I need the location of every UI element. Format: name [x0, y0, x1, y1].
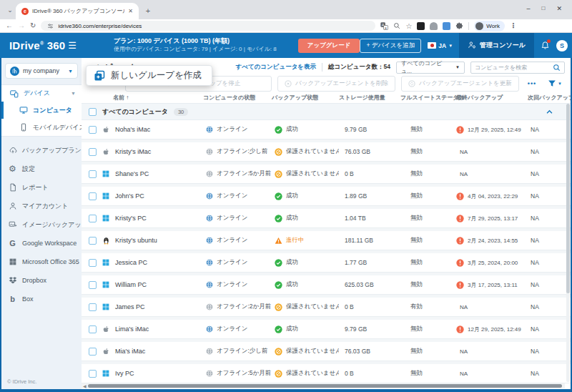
vertical-scrollbar[interactable]: [566, 104, 570, 382]
sidebar-item[interactable]: GGoogle Workspace: [1, 234, 82, 253]
column-last-backup[interactable]: 最終バックアップ: [456, 94, 528, 102]
delete-agent-button[interactable]: バックアップエージェントを削除: [277, 76, 395, 92]
company-selector[interactable]: my company ▼: [5, 63, 78, 79]
row-checkbox[interactable]: [89, 370, 97, 378]
browser-menu-icon[interactable]: ⋮: [510, 22, 517, 29]
back-icon[interactable]: ←: [6, 22, 13, 29]
table-row[interactable]: Ivy PC オフライン:5か月前 保護されていません 0 B 無効 NA NA: [82, 364, 571, 383]
profile-avatar: [475, 22, 483, 30]
row-checkbox[interactable]: [89, 259, 97, 267]
group-row-all-computers[interactable]: すべてのコンピュータ 30: [82, 103, 571, 120]
sidebar-item-computers[interactable]: コンピュータ: [1, 102, 82, 119]
idrive-logo[interactable]: IDrive® 360: [0, 39, 65, 52]
user-avatar[interactable]: S: [556, 40, 568, 52]
column-name[interactable]: 名前 ↑: [89, 94, 203, 102]
sidebar-item[interactable]: ⚙設定: [1, 160, 82, 178]
column-storage[interactable]: ストレージ使用量: [339, 94, 400, 102]
row-checkbox[interactable]: [89, 325, 97, 333]
row-checkbox[interactable]: [89, 348, 97, 356]
column-next-backup[interactable]: 次回バックアップ: [528, 94, 571, 102]
row-checkbox[interactable]: [89, 148, 97, 156]
site-settings-icon[interactable]: [47, 23, 54, 29]
table-row[interactable]: Shane's PC オフライン:5か月前 保護されていません 0 B 無効 N…: [82, 165, 571, 184]
table-header: 名前 ↑ コンピュータの状態 バックアップ状態 ストレージ使用量 フルスイートス…: [82, 92, 571, 103]
sidebar-item[interactable]: Dropbox: [1, 271, 82, 290]
os-icon: [102, 215, 110, 222]
browser-profile-chip[interactable]: Work: [474, 21, 505, 31]
last-backup-icon: [456, 237, 464, 245]
os-icon: [102, 370, 110, 377]
more-actions-button[interactable]: •••: [525, 80, 539, 87]
row-checkbox[interactable]: [89, 192, 97, 200]
column-computer-state[interactable]: コンピュータの状態: [203, 94, 272, 102]
table-row[interactable]: Lima's iMac オンライン 成功 9.79 GB 無効 12月 29, …: [82, 320, 571, 339]
row-checkbox[interactable]: [89, 170, 97, 178]
microsoft-icon: [8, 258, 17, 265]
scroll-left-arrow-icon[interactable]: ◀: [82, 383, 88, 388]
forward-icon[interactable]: →: [18, 22, 25, 29]
storage-usage: 1.04 TB: [339, 215, 400, 222]
column-fullsuite[interactable]: フルスイートステータス: [400, 94, 456, 102]
bookmark-star-icon[interactable]: ☆: [405, 22, 412, 30]
row-checkbox[interactable]: [89, 303, 97, 311]
browser-tab[interactable]: e IDrive® 360 バックアップコンソール ✕: [16, 3, 139, 19]
table-row[interactable]: Noha's iMac オンライン 成功 9.79 GB 無効 12月 29, …: [82, 120, 571, 139]
group-checkbox[interactable]: [89, 108, 97, 116]
tab-close-icon[interactable]: ✕: [128, 8, 133, 14]
row-checkbox[interactable]: [89, 126, 97, 134]
collapse-chevron-up-icon[interactable]: [546, 108, 563, 116]
filter-button[interactable]: ▼: [548, 79, 565, 88]
column-backup-status[interactable]: バックアップ状態: [272, 94, 339, 102]
search-icon[interactable]: [393, 22, 400, 29]
table-row[interactable]: Kristy's ubuntu オンライン 進行中 181.11 GB 無効 2…: [82, 231, 571, 250]
sidebar-item-devices[interactable]: デバイス ▼: [1, 85, 82, 102]
row-checkbox[interactable]: [89, 237, 97, 245]
language-selector[interactable]: JA ▼: [428, 42, 453, 49]
show-all-computers-link[interactable]: すべてのコンピュータを表示: [236, 63, 317, 72]
sidebar-item[interactable]: bBox: [1, 290, 82, 308]
search-icon[interactable]: [553, 64, 561, 72]
upgrade-button[interactable]: アップグレード: [298, 39, 360, 53]
reload-icon[interactable]: ↻: [30, 22, 36, 29]
row-checkbox[interactable]: [89, 281, 97, 289]
row-checkbox[interactable]: [89, 215, 97, 222]
new-tab-button[interactable]: +: [142, 4, 154, 17]
search-input[interactable]: [475, 64, 550, 71]
maximize-button[interactable]: □: [542, 5, 546, 11]
close-button[interactable]: ✕: [556, 5, 562, 12]
tab-search-icon[interactable]: ⌄: [4, 2, 16, 18]
sidebar-item[interactable]: レポート: [1, 178, 82, 197]
sidebar-item[interactable]: イメージバックアップ?: [1, 215, 82, 234]
table-row[interactable]: Jessica PC オンライン 成功 1.77 GB 無効 3月 25, 20…: [82, 253, 571, 273]
extension-icon[interactable]: [430, 22, 438, 30]
table-row[interactable]: William PC オンライン 成功 625.03 GB 無効 3月 17, …: [82, 275, 571, 295]
horizontal-scrollbar[interactable]: ◀: [82, 383, 565, 388]
table-row[interactable]: John's PC オンライン 成功 1.89 GB 無効 4月 04, 202…: [82, 187, 571, 206]
extension-icon[interactable]: [443, 22, 450, 30]
connection-status: オフライン:2か月前: [217, 303, 271, 311]
scope-dropdown[interactable]: すべてのコンピュ... ▼: [396, 62, 465, 74]
create-group-tooltip[interactable]: 新しいグループを作成: [86, 65, 212, 86]
table-row[interactable]: Kristy's iMac オフライン:少し前 保護されていません 76.03 …: [82, 142, 571, 162]
next-backup: NA: [528, 325, 571, 333]
sidebar-item[interactable]: バックアッププラン: [1, 141, 82, 160]
sidebar-item[interactable]: Microsoft Office 365: [1, 253, 82, 271]
hamburger-menu-icon[interactable]: ☰: [65, 40, 79, 51]
scrollbar-thumb[interactable]: [88, 384, 562, 388]
table-row[interactable]: Mia's iMac オフライン:少し前 保護されていません 76.03 GB …: [82, 342, 571, 361]
translate-icon[interactable]: Aa: [380, 22, 388, 30]
add-device-button[interactable]: + デバイスを追加: [360, 39, 421, 53]
sidebar-item[interactable]: マイアカウント: [1, 197, 82, 215]
scrollbar-thumb[interactable]: [566, 104, 570, 293]
backup-status: 成功: [286, 280, 298, 289]
extension-icon[interactable]: [417, 22, 425, 30]
minimize-button[interactable]: –: [527, 5, 531, 12]
table-row[interactable]: Kristy's PC オンライン 成功 1.04 TB 無効 7月 29, 2…: [82, 209, 571, 228]
admin-console-button[interactable]: 管理コンソール: [459, 33, 534, 58]
notifications-bell-icon[interactable]: [541, 41, 550, 50]
table-row[interactable]: James PC オフライン:2か月前 保護されていません 0 B 有効 NA …: [82, 298, 571, 317]
sidebar-item-mobile-devices[interactable]: モバイルデバイス: [1, 119, 82, 136]
update-agent-button[interactable]: バックアップエージェントを更新: [401, 76, 519, 92]
extensions-puzzle-icon[interactable]: [455, 22, 463, 30]
address-bar[interactable]: idrive360.com/enterprise/devices: [41, 21, 375, 31]
